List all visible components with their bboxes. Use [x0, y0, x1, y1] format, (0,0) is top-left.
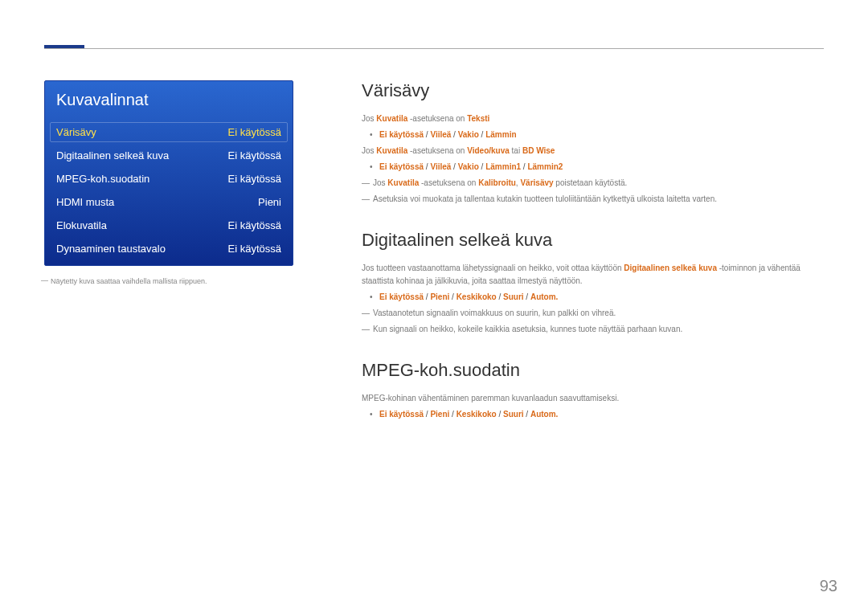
option: Vakio [458, 130, 479, 139]
menu-row-label: Värisävy [56, 126, 96, 138]
keyword: Kuvatila [376, 114, 407, 123]
option: Ei käytössä [379, 130, 424, 139]
menu-row-value: Pieni [258, 196, 281, 208]
menu-row-mpeg[interactable]: MPEG-koh.suodatin Ei käytössä [45, 167, 293, 190]
option: Suuri [503, 410, 524, 419]
menu-row-label: MPEG-koh.suodatin [56, 173, 149, 185]
sep: / [524, 410, 530, 419]
sep: / [497, 410, 503, 419]
sep: / [479, 130, 485, 139]
option: Autom. [530, 292, 558, 301]
text: -asetuksena on [407, 146, 467, 155]
menu-row-value: Ei käytössä [228, 149, 281, 161]
sep: / [449, 410, 456, 419]
menu-row-value: Ei käytössä [228, 126, 281, 138]
option: Autom. [530, 410, 558, 419]
keyword: Teksti [467, 114, 489, 123]
varisavy-note-2: Asetuksia voi muokata ja tallentaa kutak… [362, 193, 824, 206]
menu-rows: Värisävy Ei käytössä Digitaalinen selkeä… [45, 121, 293, 265]
text: -asetuksena on [407, 114, 467, 123]
text: poistetaan käytöstä. [554, 178, 628, 187]
varisavy-options-1: Ei käytössä / Viileä / Vakio / Lämmin [362, 129, 824, 141]
keyword: Digitaalinen selkeä kuva [624, 264, 717, 272]
option: Ei käytössä [379, 410, 424, 419]
keyword: Video/kuva [467, 146, 510, 155]
option: Viileä [430, 130, 451, 139]
keyword: Värisävy [520, 178, 553, 187]
option: Pieni [430, 292, 449, 301]
keyword: Kalibroitu [478, 178, 516, 187]
option: Lämmin [485, 130, 516, 139]
sep: / [497, 292, 503, 301]
menu-panel: Kuvavalinnat Värisävy Ei käytössä Digita… [44, 80, 293, 266]
section-title-mpeg: MPEG-koh.suodatin [362, 360, 824, 381]
option: Keskikoko [457, 410, 497, 419]
menu-row-value: Ei käytössä [228, 219, 281, 231]
section-title-varisavy: Värisävy [362, 80, 824, 101]
menu-row-value: Ei käytössä [228, 173, 281, 185]
page-number: 93 [820, 577, 837, 595]
sep: / [524, 292, 530, 301]
text: Jos [373, 178, 387, 187]
left-column: Kuvavalinnat Värisävy Ei käytössä Digita… [44, 80, 293, 285]
text: -asetuksena on [419, 178, 478, 187]
menu-row-label: Dynaaminen taustavalo [56, 243, 166, 255]
sep: / [449, 292, 456, 301]
text: tai [510, 146, 522, 155]
menu-row-label: HDMI musta [56, 196, 114, 208]
menu-row-hdmi-musta[interactable]: HDMI musta Pieni [45, 190, 293, 214]
keyword: Kuvatila [376, 146, 407, 155]
sep: / [451, 130, 457, 139]
section-title-digitaalinen: Digitaalinen selkeä kuva [362, 230, 824, 251]
option: Lämmin1 [485, 162, 521, 171]
menu-row-digitaalinen[interactable]: Digitaalinen selkeä kuva Ei käytössä [45, 144, 293, 167]
right-column: Värisävy Jos Kuvatila -asetuksena on Tek… [362, 80, 824, 424]
option: Vakio [458, 162, 479, 171]
menu-title: Kuvavalinnat [45, 81, 293, 121]
sep: / [479, 162, 485, 171]
menu-row-dynaaminen[interactable]: Dynaaminen taustavalo Ei käytössä [45, 237, 293, 260]
option: Ei käytössä [379, 162, 424, 171]
digitaalinen-note-1: Vastaanotetun signaalin voimakkuus on su… [362, 307, 824, 320]
menu-row-label: Digitaalinen selkeä kuva [56, 149, 169, 161]
digitaalinen-options: Ei käytössä / Pieni / Keskikoko / Suuri … [362, 291, 824, 304]
option: Lämmin2 [527, 162, 563, 171]
menu-row-value: Ei käytössä [228, 243, 281, 255]
menu-row-label: Elokuvatila [56, 219, 107, 231]
sep: / [451, 162, 457, 171]
mpeg-options: Ei käytössä / Pieni / Keskikoko / Suuri … [362, 408, 824, 421]
keyword: BD Wise [522, 146, 555, 155]
option: Keskikoko [457, 292, 497, 301]
menu-footnote: Näytetty kuva saattaa vaihdella mallista… [44, 277, 293, 285]
text: Jos [362, 114, 376, 123]
varisavy-line2: Jos Kuvatila -asetuksena on Video/kuva t… [362, 145, 824, 157]
text: Jos [362, 146, 376, 155]
varisavy-note-1: Jos Kuvatila -asetuksena on Kalibroitu, … [362, 177, 824, 190]
mpeg-paragraph: MPEG-kohinan vähentäminen paremman kuvan… [362, 392, 824, 405]
option: Viileä [430, 162, 451, 171]
digitaalinen-note-2: Kun signaali on heikko, kokeile kaikkia … [362, 323, 824, 336]
option: Pieni [430, 410, 449, 419]
option: Suuri [503, 292, 524, 301]
keyword: Kuvatila [387, 178, 419, 187]
digitaalinen-paragraph: Jos tuotteen vastaanottama lähetyssignaa… [362, 262, 824, 288]
varisavy-options-2: Ei käytössä / Viileä / Vakio / Lämmin1 /… [362, 161, 824, 174]
top-accent [44, 45, 84, 48]
top-divider [44, 48, 824, 49]
menu-row-varisavy[interactable]: Värisävy Ei käytössä [45, 121, 293, 144]
text: Jos tuotteen vastaanottama lähetyssignaa… [362, 264, 624, 272]
varisavy-line1: Jos Kuvatila -asetuksena on Teksti [362, 112, 824, 125]
menu-row-elokuvatila[interactable]: Elokuvatila Ei käytössä [45, 214, 293, 237]
option: Ei käytössä [379, 292, 424, 301]
